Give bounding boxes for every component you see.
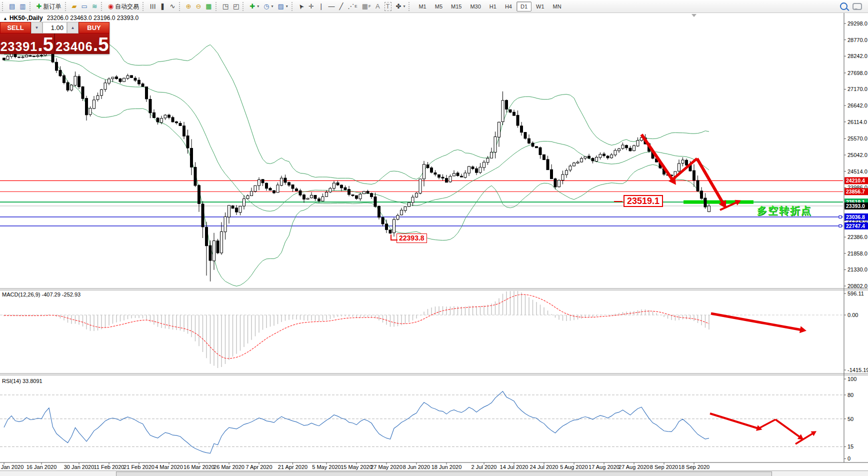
vertical-line-icon[interactable]: ❘ — [316, 2, 326, 11]
sell-price[interactable]: 23391.5 — [0, 34, 55, 54]
timeframe-mn[interactable]: MN — [549, 2, 566, 12]
horizontal-line-icon[interactable]: ― — [326, 2, 337, 11]
price-tag-value: 23393.0 — [846, 203, 865, 209]
volume-decrease-button[interactable]: ▼ — [31, 22, 42, 34]
chart-shift-marker[interactable] — [692, 14, 696, 17]
timeframe-d1[interactable]: D1 — [516, 2, 532, 12]
templates-caret-icon[interactable]: ▾ — [286, 2, 288, 11]
text-icon: A — [376, 2, 380, 10]
market-watch-icon[interactable]: ▤ — [7, 2, 17, 11]
zoom-out-icon[interactable]: ⊖ — [194, 2, 203, 11]
line-chart-mode-icon[interactable]: ∿ — [168, 2, 178, 11]
zoom-in-icon[interactable]: ⊕ — [184, 2, 194, 11]
fibonacci-icon[interactable]: ⋰E — [346, 2, 359, 12]
text-icon[interactable]: A — [374, 2, 382, 11]
chart-canvas: 29298.028770.028242.027698.027170.026642… — [0, 13, 868, 476]
price-tag-value: 23036.8 — [846, 214, 865, 220]
price-axis-tick: 22386.0 — [848, 234, 868, 240]
chart-shift-icon: ◰ — [233, 2, 239, 10]
green-support-bar[interactable] — [684, 200, 754, 204]
trend-arrow[interactable] — [711, 314, 802, 330]
tile-windows-icon[interactable]: ▦ — [204, 2, 214, 11]
date-axis-label: 24 Jul 2020 — [530, 464, 558, 470]
macd-scale-tick: 0.00 — [848, 312, 858, 318]
horizontal-scrollbar[interactable] — [0, 470, 868, 476]
volume-increase-button[interactable]: ▲ — [67, 22, 78, 34]
buy-button[interactable]: BUY — [78, 22, 110, 34]
auto-trading-button[interactable]: ◉自动交易 — [106, 2, 141, 12]
signals-icon[interactable]: ≋ — [90, 2, 100, 11]
date-axis-label: 18 Jun 2020 — [432, 464, 462, 470]
timeframe-m5[interactable]: M5 — [431, 2, 446, 12]
horizontal-line-icon: ― — [328, 2, 335, 10]
styles-icon[interactable]: ▰ — [70, 2, 79, 11]
data-window-icon[interactable]: ▥ — [18, 2, 28, 11]
trend-arrow[interactable] — [758, 420, 776, 428]
chart-surface[interactable]: 29298.028770.028242.027698.027170.026642… — [0, 13, 868, 476]
bollinger-lower-band — [4, 60, 709, 286]
chart-title: ▲HK50-,Daily23206.0 23463.0 23196.0 2339… — [3, 14, 138, 22]
fibonacci-sub-label: E — [354, 2, 357, 11]
trend-arrow[interactable] — [642, 134, 673, 180]
timeframe-h1[interactable]: H1 — [486, 2, 500, 12]
metaeditor-icon: ▭ — [82, 2, 88, 10]
search-icon[interactable] — [840, 2, 848, 10]
grid-icon[interactable]: ▦F — [360, 2, 373, 12]
new-chart-icon[interactable]: ✚▾ — [248, 2, 261, 12]
date-axis-label: 21 Apr 2020 — [278, 464, 308, 470]
templates-icon[interactable]: ▨▾ — [276, 2, 290, 12]
date-axis-label: 14 Jul 2020 — [500, 464, 528, 470]
rsi-scale-tick: 0 — [848, 456, 850, 462]
trend-arrow[interactable] — [710, 414, 758, 428]
line-handle[interactable] — [839, 224, 842, 227]
timeframe-m1[interactable]: M1 — [414, 2, 430, 12]
turning-point-note[interactable]: 多空转折点 — [757, 204, 812, 218]
date-axis-label: 8 Jun 2020 — [403, 464, 430, 470]
trendline-icon[interactable]: ╱ — [338, 2, 346, 11]
volume-input[interactable]: 1.00 — [42, 22, 67, 34]
level-price-label[interactable]: 23519.1 — [624, 195, 663, 207]
cursor-icon[interactable]: ➤ — [296, 2, 306, 11]
trend-arrow[interactable] — [776, 420, 800, 438]
styles-icon: ▰ — [72, 2, 77, 10]
profiles-icon[interactable]: ◷▾ — [262, 2, 275, 12]
timeframe-m30[interactable]: M30 — [466, 2, 484, 12]
bar-chart-mode-icon[interactable]: ☰ — [148, 2, 158, 11]
new-order-button[interactable]: ✚新订单 — [34, 2, 64, 12]
arrows-tool-caret-icon[interactable]: ▾ — [403, 2, 405, 11]
date-axis-label: 27 May 2020 — [370, 464, 402, 470]
bollinger-upper-band — [4, 34, 709, 184]
chart-ohlc: 23206.0 23463.0 23196.0 23393.0 — [47, 14, 139, 22]
date-axis-label: 30 Jan 2020 — [64, 464, 94, 470]
date-axis-label: 7 Apr 2020 — [246, 464, 272, 470]
timeframe-m15[interactable]: M15 — [447, 2, 466, 12]
macd-label: MACD(12,26,9) -407.29 -252.93 — [2, 292, 80, 298]
timeframe-w1[interactable]: W1 — [532, 2, 548, 12]
main-chart-panel — [0, 34, 843, 286]
auto-scroll-icon[interactable]: ◳ — [220, 2, 230, 11]
scrollbar-thumb[interactable] — [116, 472, 772, 476]
new-chart-caret-icon[interactable]: ▾ — [257, 2, 259, 11]
chart-shift-icon[interactable]: ◰ — [231, 2, 241, 11]
text-label-icon[interactable]: T — [382, 2, 394, 12]
sell-button[interactable]: SELL — [0, 22, 31, 34]
buy-price[interactable]: 23406.5 — [55, 34, 110, 54]
price-axis-tick: 21330.0 — [848, 266, 868, 272]
low-price-label[interactable]: 22393.8 — [396, 234, 427, 243]
candlestick-mode-icon[interactable]: ❚ — [158, 2, 168, 11]
macd-scale-tick: 596.11 — [848, 290, 864, 296]
collapse-panel-icon[interactable]: ▲ — [3, 16, 8, 21]
metaeditor-icon[interactable]: ▭ — [80, 2, 90, 11]
crosshair-icon[interactable]: ✛ — [306, 2, 316, 11]
profiles-caret-icon[interactable]: ▾ — [271, 2, 273, 11]
line-handle[interactable] — [839, 216, 842, 218]
toolbar-separator — [216, 2, 219, 11]
arrows-tool-icon[interactable]: ✤▾ — [394, 2, 408, 12]
auto-scroll-icon: ◳ — [222, 2, 228, 10]
tile-windows-icon: ▦ — [206, 2, 212, 10]
timeframe-h4[interactable]: H4 — [501, 2, 516, 12]
text-label-icon: T — [384, 2, 392, 11]
chat-icon[interactable] — [852, 3, 862, 10]
price-axis-tick: 25042.0 — [848, 152, 868, 158]
price-axis-tick: 28770.0 — [848, 37, 868, 43]
